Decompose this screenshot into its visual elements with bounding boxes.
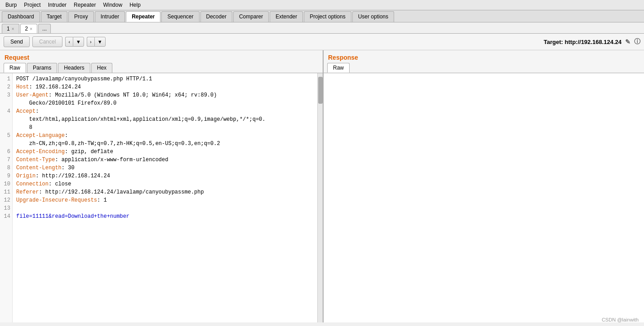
menu-window[interactable]: Window: [99, 1, 126, 9]
request-title: Request: [0, 50, 323, 63]
repeater-tab-1-close[interactable]: ×: [12, 26, 14, 31]
target-edit-icon[interactable]: ✎: [625, 38, 631, 45]
nav-back-group: ‹ ▼: [65, 37, 84, 47]
toolbar: Send Cancel ‹ ▼ › ▼ Target: http://192.1…: [0, 34, 644, 50]
repeater-tab-2[interactable]: 2 ×: [20, 24, 38, 33]
tab-user-options[interactable]: User options: [352, 11, 394, 22]
repeater-tab-more[interactable]: ...: [38, 24, 51, 33]
content-area: Request Raw Params Headers Hex 123456789…: [0, 50, 644, 322]
tab-proxy[interactable]: Proxy: [68, 11, 94, 22]
menu-help[interactable]: Help: [126, 1, 144, 9]
request-panel: Request Raw Params Headers Hex 123456789…: [0, 50, 324, 322]
request-tab-headers[interactable]: Headers: [58, 63, 90, 73]
target-label: Target: http://192.168.124.24 ✎ ⓘ: [544, 38, 640, 46]
nav-forward-dropdown[interactable]: ▼: [94, 37, 106, 47]
repeater-tab-1[interactable]: 1 ×: [2, 24, 19, 33]
tab-decoder[interactable]: Decoder: [200, 11, 232, 22]
target-text: Target: http://192.168.124.24: [544, 39, 622, 45]
nav-forward-group: › ▼: [87, 37, 106, 47]
tab-comparer[interactable]: Comparer: [233, 11, 269, 22]
menu-project[interactable]: Project: [20, 1, 44, 9]
tab-target[interactable]: Target: [41, 11, 67, 22]
editor-content[interactable]: POST /lavalamp/canyoubypassme.php HTTP/1…: [13, 73, 317, 322]
send-button[interactable]: Send: [4, 36, 30, 47]
repeater-tab-bar: 1 × 2 × ...: [0, 22, 644, 34]
nav-back-dropdown[interactable]: ▼: [73, 37, 84, 47]
main-tab-bar: Dashboard Target Proxy Intruder Repeater…: [0, 10, 644, 22]
tab-intruder[interactable]: Intruder: [95, 11, 125, 22]
response-panel: Response Raw: [324, 50, 644, 322]
repeater-tab-2-close[interactable]: ×: [30, 26, 32, 31]
response-tabs: Raw: [324, 63, 644, 73]
menu-bar: Burp Project Intruder Repeater Window He…: [0, 0, 644, 10]
tab-sequencer[interactable]: Sequencer: [161, 11, 199, 22]
request-tabs: Raw Params Headers Hex: [0, 63, 323, 73]
nav-back-button[interactable]: ‹: [65, 37, 73, 47]
tab-dashboard[interactable]: Dashboard: [2, 11, 40, 22]
request-editor[interactable]: 1234567891011121314 POST /lavalamp/canyo…: [0, 73, 323, 322]
repeater-tab-2-label: 2: [25, 26, 28, 32]
cancel-button[interactable]: Cancel: [32, 36, 62, 47]
request-tab-params[interactable]: Params: [27, 63, 57, 73]
menu-burp[interactable]: Burp: [2, 1, 20, 9]
response-tab-raw[interactable]: Raw: [327, 63, 350, 73]
request-tab-hex[interactable]: Hex: [91, 63, 112, 73]
response-title: Response: [324, 50, 644, 63]
tab-extender[interactable]: Extender: [270, 11, 303, 22]
line-numbers: 1234567891011121314: [0, 73, 13, 322]
menu-intruder[interactable]: Intruder: [44, 1, 70, 9]
request-scrollbar[interactable]: [317, 73, 323, 322]
menu-repeater[interactable]: Repeater: [70, 1, 99, 9]
tab-project-options[interactable]: Project options: [304, 11, 351, 22]
watermark: CSDN @lainwith: [602, 317, 639, 322]
repeater-tab-1-label: 1: [7, 26, 10, 32]
response-content: [324, 73, 644, 322]
request-tab-raw[interactable]: Raw: [4, 63, 26, 73]
scrollbar-thumb[interactable]: [318, 77, 323, 104]
target-help-icon[interactable]: ⓘ: [634, 38, 640, 46]
nav-forward-button[interactable]: ›: [87, 37, 94, 47]
tab-repeater[interactable]: Repeater: [126, 11, 160, 22]
